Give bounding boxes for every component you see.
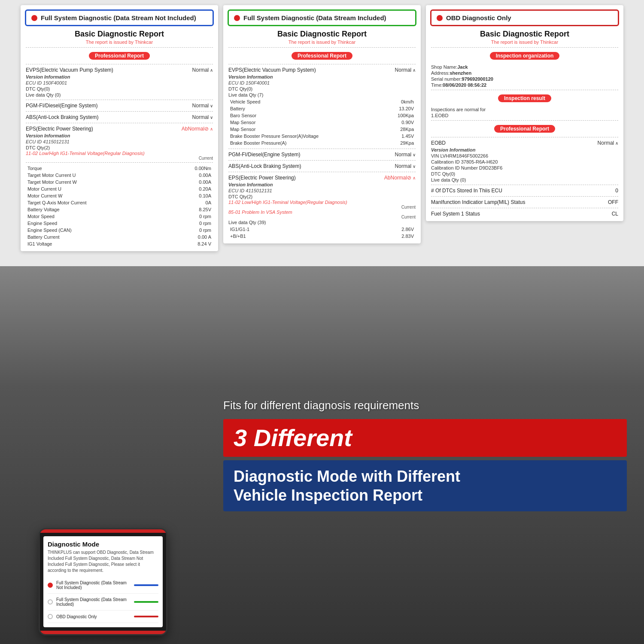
- card3-fuel-row: Fuel System 1 Status CL: [431, 210, 618, 218]
- card1-evps-row: EVPS(Electric Vacuum Pump System) Normal: [26, 66, 213, 74]
- device-mockup: Diagnostic Mode THINKPLUS can support OB…: [39, 528, 167, 635]
- device-option-2[interactable]: Full System Diagnostic (Data Stream Incl…: [48, 594, 158, 611]
- device-option-2-text: Full System Diagnostic (Data Stream Incl…: [56, 597, 131, 607]
- card1-abs-row: ABS(Anti-Lock Braking System) Normal: [26, 113, 213, 121]
- card3-inspection-org-badge: Inspection organization: [490, 52, 560, 60]
- device-option-3-bar: [134, 616, 159, 617]
- card1-body: Basic Diagnostic Report The report is is…: [21, 30, 218, 251]
- card2-header-badge: Full System Diagnostic (Data Stream Incl…: [228, 9, 416, 26]
- card1-title: Basic Diagnostic Report: [26, 30, 213, 39]
- card1-subtitle: The report is issued by Thinkcar: [26, 39, 213, 45]
- bottom-section: Diagnostic Mode THINKPLUS can support OB…: [0, 266, 644, 644]
- card1-section-badge: Professional Report: [89, 52, 150, 60]
- device-option-3-text: OBD Diagnostic Only: [56, 614, 131, 619]
- card3-professional-report-badge: Professional Report: [494, 125, 555, 133]
- card2-pgm-row: PGM-FI/Diesel(Engine System) Normal: [228, 151, 416, 158]
- card3-inspection-result-badge: Inspection result: [498, 94, 551, 102]
- device-option-2-dot: [48, 599, 53, 605]
- device-option-2-bar: [134, 601, 159, 603]
- device-option-1-bar: [134, 584, 159, 586]
- card1-eps-row: EPS(Electric Power Steering) AbNormal⊘: [26, 125, 213, 133]
- three-different-text: 3 Different: [234, 426, 617, 450]
- device-option-1[interactable]: Full System Diagnostic (Data Stream Not …: [48, 577, 158, 594]
- card2-evps-row: EVPS(Electric Vacuum Pump System) Normal: [228, 66, 416, 74]
- diagnostic-mode-banner: Diagnostic Mode with DifferentVehicle In…: [223, 460, 627, 511]
- card3-header-text: OBD Diagnostic Only: [446, 14, 511, 21]
- card2-eps-row: EPS(Electric Power Steering) AbNormal⊘: [228, 174, 416, 182]
- device-bottom-bar: [40, 631, 166, 634]
- card2-header-text: Full System Diagnostic (Data Stream Incl…: [243, 14, 386, 21]
- card3-title: Basic Diagnostic Report: [431, 30, 618, 39]
- card1-header-badge: Full System Diagnostic (Data Stream Not …: [25, 9, 214, 26]
- card2-section-badge: Professional Report: [292, 52, 352, 60]
- device-option-3[interactable]: OBD Diagnostic Only: [48, 611, 158, 623]
- card2-title: Basic Diagnostic Report: [228, 30, 416, 39]
- card2-subtitle: The report is issued by Thinkcar: [228, 39, 416, 45]
- card3-body: Basic Diagnostic Report The report is is…: [426, 30, 623, 221]
- card3-subtitle: The report is issued by Thinkcar: [431, 39, 618, 45]
- card3-dot: [437, 15, 443, 21]
- card-2: Full System Diagnostic (Data Stream Incl…: [223, 5, 421, 243]
- card2-body: Basic Diagnostic Report The report is is…: [223, 30, 421, 243]
- device-screen-desc: THINKPLUS can support OBD Diagnostic, Da…: [48, 550, 158, 574]
- card2-live-data2: IG1/G1-12.86V +B/+B12.83V: [228, 225, 416, 240]
- card3-header-badge: OBD Diagnostic Only: [430, 9, 619, 26]
- device-option-1-text: Full System Diagnostic (Data Stream Not …: [56, 580, 131, 590]
- card1-header-text: Full System Diagnostic (Data Stream Not …: [41, 14, 196, 21]
- bottom-right: Fits for different diagnosis requirement…: [206, 266, 644, 644]
- device-top-bar: [40, 529, 166, 533]
- device-option-1-dot: [48, 583, 53, 588]
- device-option-3-dot: [48, 614, 53, 619]
- device-screen-title: Diagnostic Mode: [48, 541, 158, 548]
- device-screen: Diagnostic Mode THINKPLUS can support OB…: [43, 536, 163, 627]
- top-section: Full System Diagnostic (Data Stream Not …: [0, 0, 644, 266]
- card2-live-stream: Vehicle Speed0km/h Battery13.20V Baro Se…: [228, 98, 416, 147]
- card1-pgm-row: PGM-FI/Diesel(Engine System) Normal: [26, 102, 213, 109]
- card-3: OBD Diagnostic Only Basic Diagnostic Rep…: [426, 5, 623, 221]
- card-1: Full System Diagnostic (Data Stream Not …: [21, 5, 218, 251]
- cards-container: Full System Diagnostic (Data Stream Not …: [0, 0, 644, 256]
- diagnostic-mode-text: Diagnostic Mode with DifferentVehicle In…: [234, 467, 617, 504]
- fits-text: Fits for different diagnosis requirement…: [223, 399, 627, 412]
- card2-dot: [234, 15, 240, 21]
- card2-abs-row: ABS(Anti-Lock Braking System) Normal: [228, 162, 416, 170]
- card3-mil-row: ManIfunction Indicatior Lamp(MIL) Status…: [431, 198, 618, 206]
- card1-dot: [31, 15, 37, 21]
- card1-live-data: Torque0.00Nm Target Motor Current U0.00A…: [26, 164, 213, 248]
- card3-dtcs-row: # Of DTCs Stored In Thiis ECU 0: [431, 187, 618, 194]
- three-different-banner: 3 Different: [223, 419, 627, 457]
- bottom-left: Diagnostic Mode THINKPLUS can support OB…: [0, 266, 206, 644]
- card3-eobd-row: EOBD Normal: [431, 139, 618, 147]
